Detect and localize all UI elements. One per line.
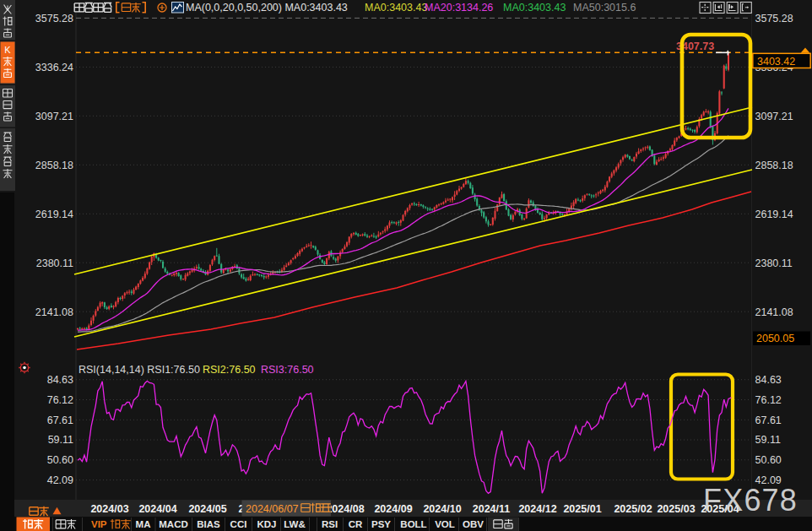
svg-text:2858.18: 2858.18 [35, 160, 73, 171]
svg-text:OBV: OBV [463, 519, 484, 529]
svg-text:KDJ: KDJ [257, 519, 276, 529]
svg-text:2024/05: 2024/05 [188, 503, 226, 515]
svg-text:MACD: MACD [159, 519, 188, 529]
svg-text:MA(0,0,20,0,50,200) MA0:3403.: MA(0,0,20,0,50,200) MA0:3403.43 [186, 2, 348, 14]
svg-text:59.11: 59.11 [48, 434, 73, 446]
svg-text:LW&: LW& [284, 519, 306, 529]
svg-text:2141.08: 2141.08 [755, 306, 793, 318]
svg-text:VIP: VIP [91, 519, 107, 529]
svg-text:RSI3:76.50: RSI3:76.50 [261, 364, 314, 376]
svg-text:3097.21: 3097.21 [755, 111, 793, 122]
svg-text:MA0:3403.43: MA0:3403.43 [365, 2, 427, 14]
svg-text:2380.11: 2380.11 [755, 257, 793, 269]
svg-text:42.09: 42.09 [47, 474, 73, 486]
svg-text:2024/04: 2024/04 [138, 503, 176, 515]
svg-text:3097.21: 3097.21 [35, 111, 73, 122]
svg-text:84.63: 84.63 [755, 374, 782, 386]
svg-text:RSI(14,14,14) RSI1:76.50: RSI(14,14,14) RSI1:76.50 [78, 364, 200, 376]
svg-text:2619.14: 2619.14 [35, 209, 73, 220]
svg-text:76.12: 76.12 [755, 394, 782, 406]
svg-text:CCI: CCI [230, 519, 247, 529]
svg-text:BIAS: BIAS [197, 519, 220, 529]
svg-text:2380.11: 2380.11 [36, 257, 73, 269]
svg-text:2025/01: 2025/01 [563, 503, 601, 515]
svg-text:2024/12: 2024/12 [518, 503, 556, 515]
svg-text:MA: MA [136, 519, 151, 529]
svg-text:3575.28: 3575.28 [35, 13, 73, 24]
svg-text:2024/06/07: 2024/06/07 [246, 503, 299, 515]
svg-text:2050.05: 2050.05 [756, 333, 794, 344]
svg-text:84.63: 84.63 [47, 374, 73, 386]
svg-text:67.61: 67.61 [755, 415, 782, 426]
svg-text:50.60: 50.60 [755, 454, 782, 466]
svg-text:BOLL: BOLL [400, 519, 426, 529]
svg-text:2024/11: 2024/11 [473, 503, 511, 515]
svg-text:2141.08: 2141.08 [35, 306, 73, 318]
svg-text:2024/03: 2024/03 [90, 503, 128, 515]
svg-text:PSY: PSY [371, 519, 391, 529]
svg-text:RSI: RSI [322, 519, 338, 529]
svg-text:FX678: FX678 [703, 483, 798, 517]
svg-text:MA0:3403.43: MA0:3403.43 [503, 2, 566, 14]
svg-text:3575.28: 3575.28 [755, 13, 793, 24]
svg-text:3403.42: 3403.42 [757, 56, 795, 68]
svg-text:50.60: 50.60 [47, 454, 73, 466]
svg-text:VOL: VOL [435, 519, 455, 529]
svg-text:MA50:3015.6: MA50:3015.6 [573, 2, 636, 14]
svg-text:76.12: 76.12 [47, 394, 73, 406]
svg-text:2619.14: 2619.14 [755, 209, 793, 220]
svg-text:67.61: 67.61 [47, 415, 73, 426]
svg-text:59.11: 59.11 [755, 434, 781, 446]
svg-text:MA20:3134.26: MA20:3134.26 [425, 2, 493, 14]
svg-text:K: K [4, 45, 11, 55]
svg-text:2024/10: 2024/10 [423, 503, 461, 515]
svg-text:2858.18: 2858.18 [755, 160, 793, 171]
svg-text:3336.24: 3336.24 [35, 62, 73, 73]
svg-text:RSI2:76.50: RSI2:76.50 [203, 364, 256, 376]
svg-text:2024/09: 2024/09 [374, 503, 412, 515]
svg-text:2025/03: 2025/03 [657, 503, 695, 515]
svg-text:2024/08: 2024/08 [326, 503, 364, 515]
svg-text:CR: CR [349, 519, 363, 529]
svg-text:2025/02: 2025/02 [614, 503, 652, 515]
